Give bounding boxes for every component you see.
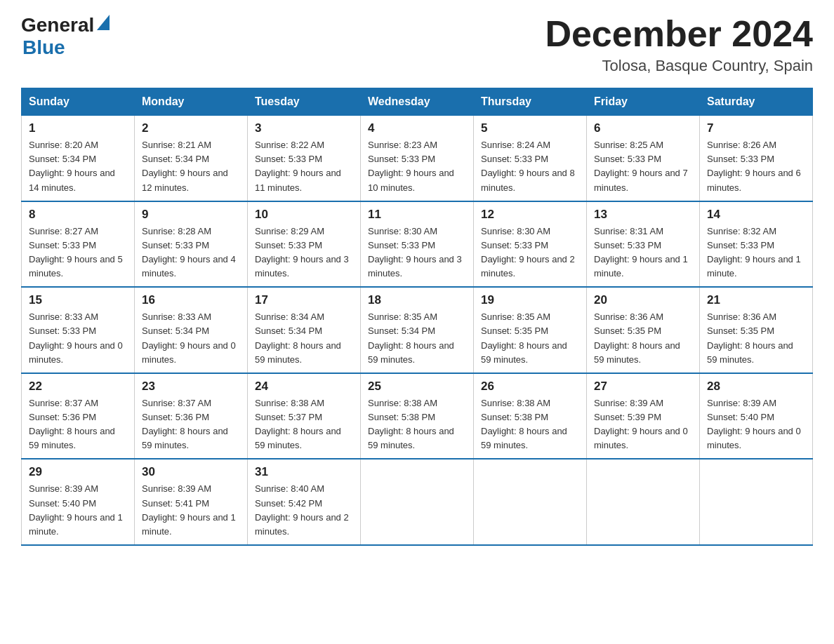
- calendar-day-cell: 17 Sunrise: 8:34 AMSunset: 5:34 PMDaylig…: [248, 287, 361, 373]
- day-info: Sunrise: 8:30 AMSunset: 5:33 PMDaylight:…: [481, 226, 575, 279]
- day-info: Sunrise: 8:35 AMSunset: 5:35 PMDaylight:…: [481, 311, 567, 364]
- calendar-day-cell: 25 Sunrise: 8:38 AMSunset: 5:38 PMDaylig…: [361, 373, 474, 459]
- day-info: Sunrise: 8:37 AMSunset: 5:36 PMDaylight:…: [29, 398, 115, 450]
- day-number: 26: [481, 380, 579, 394]
- day-number: 10: [255, 208, 353, 222]
- day-number: 6: [594, 121, 692, 135]
- calendar-header: SundayMondayTuesdayWednesdayThursdayFrid…: [22, 88, 813, 116]
- calendar-week-row: 1 Sunrise: 8:20 AMSunset: 5:34 PMDayligh…: [22, 116, 813, 201]
- calendar-day-cell: 10 Sunrise: 8:29 AMSunset: 5:33 PMDaylig…: [248, 201, 361, 288]
- day-info: Sunrise: 8:22 AMSunset: 5:33 PMDaylight:…: [255, 140, 341, 192]
- day-info: Sunrise: 8:27 AMSunset: 5:33 PMDaylight:…: [29, 226, 123, 279]
- calendar-body: 1 Sunrise: 8:20 AMSunset: 5:34 PMDayligh…: [22, 116, 813, 545]
- day-of-week-header: Saturday: [700, 88, 813, 116]
- calendar-day-cell: 31 Sunrise: 8:40 AMSunset: 5:42 PMDaylig…: [248, 459, 361, 545]
- calendar-day-cell: 23 Sunrise: 8:37 AMSunset: 5:36 PMDaylig…: [135, 373, 248, 459]
- day-info: Sunrise: 8:33 AMSunset: 5:34 PMDaylight:…: [142, 311, 236, 364]
- calendar-day-cell: 15 Sunrise: 8:33 AMSunset: 5:33 PMDaylig…: [22, 287, 135, 373]
- day-info: Sunrise: 8:39 AMSunset: 5:40 PMDaylight:…: [29, 483, 123, 536]
- calendar-day-cell: 4 Sunrise: 8:23 AMSunset: 5:33 PMDayligh…: [361, 116, 474, 201]
- day-info: Sunrise: 8:39 AMSunset: 5:40 PMDaylight:…: [707, 398, 801, 450]
- logo-blue-text: Blue: [22, 36, 65, 59]
- day-info: Sunrise: 8:39 AMSunset: 5:39 PMDaylight:…: [594, 398, 688, 450]
- calendar-day-cell: 18 Sunrise: 8:35 AMSunset: 5:34 PMDaylig…: [361, 287, 474, 373]
- logo-line1: General: [21, 14, 110, 36]
- calendar-day-cell: 24 Sunrise: 8:38 AMSunset: 5:37 PMDaylig…: [248, 373, 361, 459]
- day-number: 17: [255, 293, 353, 307]
- day-info: Sunrise: 8:20 AMSunset: 5:34 PMDaylight:…: [29, 140, 115, 192]
- day-number: 22: [29, 380, 127, 394]
- calendar-week-row: 8 Sunrise: 8:27 AMSunset: 5:33 PMDayligh…: [22, 201, 813, 288]
- day-number: 8: [29, 208, 127, 222]
- calendar-day-cell: 7 Sunrise: 8:26 AMSunset: 5:33 PMDayligh…: [700, 116, 813, 201]
- day-info: Sunrise: 8:38 AMSunset: 5:38 PMDaylight:…: [368, 398, 454, 450]
- calendar-day-cell: 1 Sunrise: 8:20 AMSunset: 5:34 PMDayligh…: [22, 116, 135, 201]
- calendar-day-cell: [700, 459, 813, 545]
- day-info: Sunrise: 8:33 AMSunset: 5:33 PMDaylight:…: [29, 311, 123, 364]
- day-of-week-header: Thursday: [474, 88, 587, 116]
- day-number: 18: [368, 293, 466, 307]
- day-of-week-header: Wednesday: [361, 88, 474, 116]
- day-number: 15: [29, 293, 127, 307]
- day-number: 20: [594, 293, 692, 307]
- day-number: 28: [707, 380, 805, 394]
- day-of-week-header: Sunday: [22, 88, 135, 116]
- day-number: 13: [594, 208, 692, 222]
- calendar-day-cell: 16 Sunrise: 8:33 AMSunset: 5:34 PMDaylig…: [135, 287, 248, 373]
- day-number: 29: [29, 465, 127, 479]
- calendar-day-cell: 21 Sunrise: 8:36 AMSunset: 5:35 PMDaylig…: [700, 287, 813, 373]
- day-number: 9: [142, 208, 240, 222]
- calendar-day-cell: 28 Sunrise: 8:39 AMSunset: 5:40 PMDaylig…: [700, 373, 813, 459]
- day-number: 11: [368, 208, 466, 222]
- day-info: Sunrise: 8:23 AMSunset: 5:33 PMDaylight:…: [368, 140, 454, 192]
- calendar-day-cell: 6 Sunrise: 8:25 AMSunset: 5:33 PMDayligh…: [587, 116, 700, 201]
- day-info: Sunrise: 8:37 AMSunset: 5:36 PMDaylight:…: [142, 398, 228, 450]
- day-number: 7: [707, 121, 805, 135]
- day-number: 4: [368, 121, 466, 135]
- day-info: Sunrise: 8:21 AMSunset: 5:34 PMDaylight:…: [142, 140, 228, 192]
- title-block: December 2024 Tolosa, Basque Country, Sp…: [545, 14, 813, 75]
- svg-marker-0: [97, 15, 110, 30]
- day-number: 12: [481, 208, 579, 222]
- day-number: 30: [142, 465, 240, 479]
- day-number: 19: [481, 293, 579, 307]
- day-number: 14: [707, 208, 805, 222]
- day-info: Sunrise: 8:35 AMSunset: 5:34 PMDaylight:…: [368, 311, 454, 364]
- day-info: Sunrise: 8:38 AMSunset: 5:38 PMDaylight:…: [481, 398, 567, 450]
- calendar-day-cell: 29 Sunrise: 8:39 AMSunset: 5:40 PMDaylig…: [22, 459, 135, 545]
- day-number: 16: [142, 293, 240, 307]
- day-number: 25: [368, 380, 466, 394]
- logo-general-text: General: [21, 14, 94, 36]
- calendar-day-cell: 8 Sunrise: 8:27 AMSunset: 5:33 PMDayligh…: [22, 201, 135, 288]
- day-info: Sunrise: 8:30 AMSunset: 5:33 PMDaylight:…: [368, 226, 462, 279]
- logo-triangle-icon: [97, 15, 110, 33]
- day-info: Sunrise: 8:26 AMSunset: 5:33 PMDaylight:…: [707, 140, 801, 192]
- day-number: 5: [481, 121, 579, 135]
- day-info: Sunrise: 8:38 AMSunset: 5:37 PMDaylight:…: [255, 398, 341, 450]
- calendar-day-cell: [361, 459, 474, 545]
- day-number: 23: [142, 380, 240, 394]
- day-number: 2: [142, 121, 240, 135]
- day-of-week-header: Friday: [587, 88, 700, 116]
- month-title: December 2024: [545, 14, 813, 54]
- day-info: Sunrise: 8:36 AMSunset: 5:35 PMDaylight:…: [707, 311, 793, 364]
- calendar-week-row: 15 Sunrise: 8:33 AMSunset: 5:33 PMDaylig…: [22, 287, 813, 373]
- calendar-day-cell: [587, 459, 700, 545]
- day-info: Sunrise: 8:24 AMSunset: 5:33 PMDaylight:…: [481, 140, 575, 192]
- day-info: Sunrise: 8:29 AMSunset: 5:33 PMDaylight:…: [255, 226, 349, 279]
- calendar-week-row: 29 Sunrise: 8:39 AMSunset: 5:40 PMDaylig…: [22, 459, 813, 545]
- calendar-day-cell: 20 Sunrise: 8:36 AMSunset: 5:35 PMDaylig…: [587, 287, 700, 373]
- calendar-day-cell: 30 Sunrise: 8:39 AMSunset: 5:41 PMDaylig…: [135, 459, 248, 545]
- logo: General Blue: [21, 14, 110, 59]
- day-info: Sunrise: 8:25 AMSunset: 5:33 PMDaylight:…: [594, 140, 688, 192]
- day-of-week-header: Tuesday: [248, 88, 361, 116]
- day-number: 1: [29, 121, 127, 135]
- location-title: Tolosa, Basque Country, Spain: [545, 57, 813, 75]
- header-row: SundayMondayTuesdayWednesdayThursdayFrid…: [22, 88, 813, 116]
- calendar-day-cell: [474, 459, 587, 545]
- day-info: Sunrise: 8:31 AMSunset: 5:33 PMDaylight:…: [594, 226, 688, 279]
- day-info: Sunrise: 8:34 AMSunset: 5:34 PMDaylight:…: [255, 311, 341, 364]
- page-header: General Blue December 2024 Tolosa, Basqu…: [21, 14, 813, 75]
- calendar-day-cell: 13 Sunrise: 8:31 AMSunset: 5:33 PMDaylig…: [587, 201, 700, 288]
- calendar-day-cell: 26 Sunrise: 8:38 AMSunset: 5:38 PMDaylig…: [474, 373, 587, 459]
